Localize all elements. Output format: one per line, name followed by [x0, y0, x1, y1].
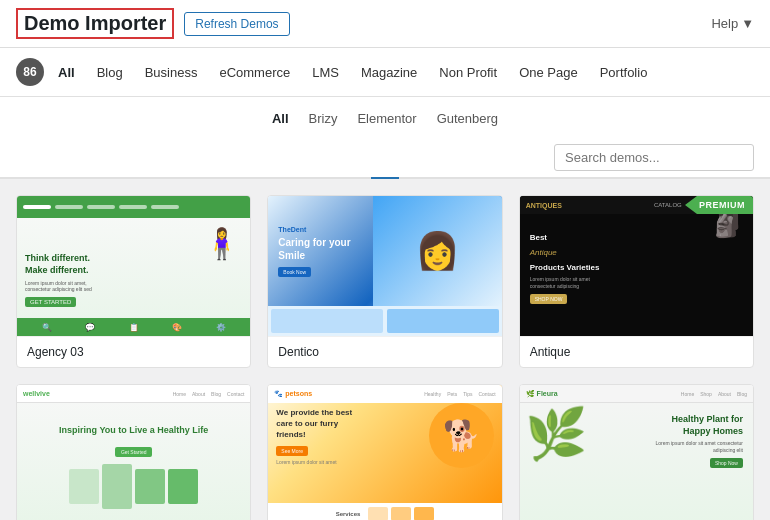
plants-nav-bar: 🌿 Fleura Home Shop About Blog	[520, 385, 753, 403]
refresh-demos-button[interactable]: Refresh Demos	[184, 12, 289, 36]
demo-card-agency03[interactable]: Think different.Make different. Lorem ip…	[16, 195, 251, 368]
demo-grid: Think different.Make different. Lorem ip…	[0, 179, 770, 520]
category-btn-portfolio[interactable]: Portfolio	[592, 61, 656, 84]
sub-tab-gutenberg[interactable]: Gutenberg	[427, 105, 508, 132]
healthy-photo4	[168, 469, 198, 504]
sub-filter-row: AllBrizyElementorGutenberg	[16, 105, 754, 136]
agency03-thumbnail: Think different.Make different. Lorem ip…	[17, 196, 250, 336]
help-arrow-icon: ▼	[741, 16, 754, 31]
healthy-brand: wellvive	[23, 390, 50, 397]
category-btn-ecommerce[interactable]: eCommerce	[211, 61, 298, 84]
petcare-brand: 🐾 petsons	[274, 390, 312, 398]
healthy-nav-bar: wellvive Home About Blog Contact	[17, 385, 250, 403]
petcare-nav4: Contact	[478, 391, 495, 397]
dentico-sub-img1	[271, 309, 383, 333]
dentico-name: Dentico	[268, 336, 501, 367]
top-header: Demo Importer Refresh Demos Help ▼	[0, 0, 770, 48]
demo-card-petcare[interactable]: 🐾 petsons Healthy Pets Tips Contact We p…	[267, 384, 502, 520]
petcare-thumbnail: 🐾 petsons Healthy Pets Tips Contact We p…	[268, 385, 501, 520]
nav-dot	[119, 205, 147, 209]
healthy-nav2: About	[192, 391, 205, 397]
agency03-nav-bar	[17, 196, 250, 218]
header-left: Demo Importer Refresh Demos	[16, 8, 290, 39]
category-btn-blog[interactable]: Blog	[89, 61, 131, 84]
healthy-nav4: Contact	[227, 391, 244, 397]
plants-nav1: Home	[681, 391, 694, 397]
petcare-services-label: Services	[336, 511, 361, 517]
antique-line3: Products Varieties	[530, 263, 600, 272]
category-btn-magazine[interactable]: Magazine	[353, 61, 425, 84]
demo-card-healthy[interactable]: wellvive Home About Blog Contact Inspiri…	[16, 384, 251, 520]
category-btn-lms[interactable]: LMS	[304, 61, 347, 84]
premium-badge: PREMIUM	[685, 196, 753, 214]
category-btn-onepage[interactable]: One Page	[511, 61, 586, 84]
antique-line2: Antique	[530, 248, 557, 257]
dentico-person: 👩	[373, 196, 501, 306]
agency03-cta: GET STARTED	[25, 297, 76, 307]
dentico-bottom	[268, 306, 501, 336]
antique-name: Antique	[520, 336, 753, 367]
help-button[interactable]: Help ▼	[711, 16, 754, 31]
nav-dot	[55, 205, 83, 209]
dentico-text-block: TheDent Caring for your Smile Book Now	[278, 226, 358, 277]
antique-thumbnail: PREMIUM Best Antique Products Varieties …	[520, 196, 753, 336]
demo-card-antique[interactable]: PREMIUM Best Antique Products Varieties …	[519, 195, 754, 368]
service-box3	[414, 507, 434, 520]
demo-card-plants[interactable]: 🌿 Fleura Home Shop About Blog 🌿 Healthy …	[519, 384, 754, 520]
dentico-brand: TheDent	[278, 226, 358, 233]
sub-tab-brizy[interactable]: Brizy	[299, 105, 348, 132]
category-btn-all[interactable]: All	[50, 61, 83, 84]
plants-nav3: About	[718, 391, 731, 397]
dentico-sub-img2	[387, 309, 499, 333]
agency03-icon1: 🔍	[42, 323, 52, 332]
petcare-service-icons	[368, 507, 434, 520]
agency03-icon3: 📋	[129, 323, 139, 332]
plants-nav4: Blog	[737, 391, 747, 397]
sub-tab-elementor[interactable]: Elementor	[347, 105, 426, 132]
agency03-icon4: 🎨	[172, 323, 182, 332]
nav-dot	[87, 205, 115, 209]
plants-nav2: Shop	[700, 391, 712, 397]
search-input[interactable]	[554, 144, 754, 171]
plants-leaf-icon: 🌿	[525, 405, 587, 463]
service-box1	[368, 507, 388, 520]
antique-line1: Best	[530, 233, 547, 242]
category-btn-business[interactable]: Business	[137, 61, 206, 84]
healthy-thumbnail: wellvive Home About Blog Contact Inspiri…	[17, 385, 250, 520]
healthy-headline: Inspiring You to Live a Healthy Life	[59, 425, 208, 437]
agency03-figure: 🧍‍♀️	[203, 226, 240, 261]
petcare-text: We provide the best care to our furry fr…	[276, 407, 366, 465]
petcare-subtext: Lorem ipsum dolor sit amet	[276, 459, 366, 465]
petcare-cta: See More	[276, 446, 308, 456]
petcare-headline: We provide the best care to our furry fr…	[276, 407, 366, 441]
antique-text: Best Antique Products Varieties Lorem ip…	[530, 228, 610, 304]
healthy-nav3: Blog	[211, 391, 221, 397]
nav-dot	[23, 205, 51, 209]
healthy-photos	[69, 469, 198, 509]
petcare-nav3: Tips	[463, 391, 472, 397]
plants-headline: Healthy Plant forHappy Homes	[648, 413, 743, 437]
service-box2	[391, 507, 411, 520]
help-label: Help	[711, 16, 738, 31]
category-btn-nonprofit[interactable]: Non Profit	[431, 61, 505, 84]
category-bar: 86 AllBlogBusinesseCommerceLMSMagazineNo…	[0, 48, 770, 97]
agency03-name: Agency 03	[17, 336, 250, 367]
page-title: Demo Importer	[16, 8, 174, 39]
sub-tab-all[interactable]: All	[262, 105, 299, 132]
antique-brand: ANTIQUES	[526, 202, 562, 209]
demo-count-badge: 86	[16, 58, 44, 86]
agency03-icon5: ⚙️	[216, 323, 226, 332]
plants-thumbnail: 🌿 Fleura Home Shop About Blog 🌿 Healthy …	[520, 385, 753, 520]
dentico-main: TheDent Caring for your Smile Book Now 👩	[268, 196, 501, 306]
antique-subtext: Lorem ipsum dolor sit amet consectetur a…	[530, 276, 610, 289]
sub-filter-bar: AllBrizyElementorGutenberg	[0, 97, 770, 179]
petcare-dog-circle: 🐕	[429, 403, 494, 468]
petcare-nav-bar: 🐾 petsons Healthy Pets Tips Contact	[268, 385, 501, 403]
antique-cta: SHOP NOW	[530, 294, 568, 304]
healthy-photo2	[102, 464, 132, 509]
dentico-thumbnail: TheDent Caring for your Smile Book Now 👩	[268, 196, 501, 336]
agency03-footer-bar: 🔍 💬 📋 🎨 ⚙️	[17, 318, 250, 336]
demo-card-dentico[interactable]: TheDent Caring for your Smile Book Now 👩…	[267, 195, 502, 368]
plants-brand: 🌿 Fleura	[526, 390, 558, 398]
plants-subtext: Lorem ipsum dolor sit amet consectetur a…	[648, 440, 743, 453]
